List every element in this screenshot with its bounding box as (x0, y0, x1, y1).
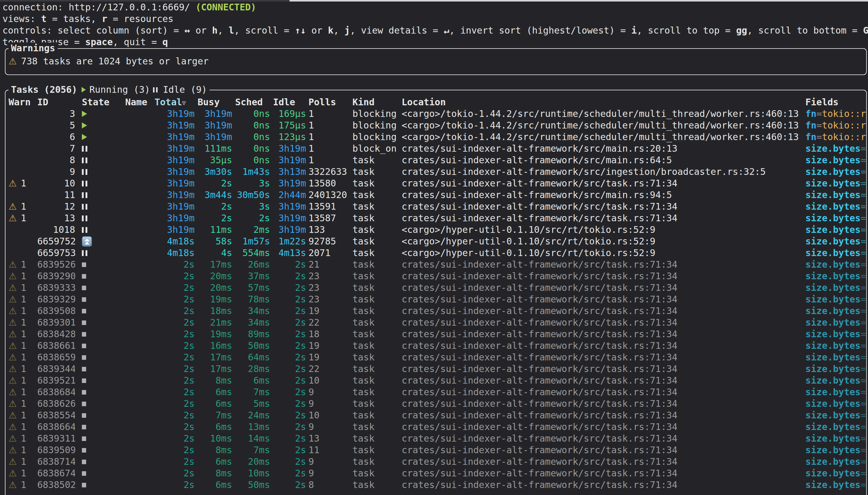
task-row[interactable]: 113h19m3m44s30m50s2h44m2401320taskcrates… (5, 189, 866, 201)
column-header-fields[interactable]: Fields (805, 97, 866, 108)
task-row[interactable]: 83h19m35µs0ns3h19m1taskcrates/sui-indexe… (5, 154, 866, 166)
warning-icon: ⚠ (9, 387, 17, 397)
task-row[interactable]: 66597534m18s4s554ms4m13s2071task<cargo>/… (5, 247, 866, 259)
field-equals: = (861, 352, 866, 362)
cell-duration: 89ms (232, 328, 270, 340)
cell-warn (9, 166, 37, 177)
task-row[interactable]: ⚠168393012s21ms34ms2s22taskcrates/sui-in… (5, 317, 866, 328)
task-row[interactable]: 73h19m111ms0ns3h19m1block_oncrates/sui-i… (5, 143, 866, 154)
cell-location: crates/sui-indexer-alt-framework/src/tas… (402, 177, 805, 189)
column-header-sched[interactable]: Sched (232, 97, 270, 108)
task-row[interactable]: ⚠168395212s8ms6ms2s10taskcrates/sui-inde… (5, 375, 866, 386)
task-row[interactable]: ⚠168393332s20ms57ms2s23taskcrates/sui-in… (5, 282, 866, 294)
cell-name (125, 259, 154, 270)
column-header-idle[interactable]: Idle (270, 97, 306, 108)
task-row[interactable]: ⚠1133h19m2s2s3h19m13587taskcrates/sui-in… (5, 212, 866, 224)
state-completed-icon (82, 425, 86, 429)
task-row[interactable]: ⚠168395262s17ms26ms2s21taskcrates/sui-in… (5, 259, 866, 270)
cell-state (75, 340, 125, 352)
cell-kind: task (352, 467, 402, 479)
cell-duration: 4m13s (270, 247, 306, 259)
column-header-id[interactable]: ID (37, 97, 75, 108)
state-completed-icon (82, 321, 86, 325)
cell-duration: 64ms (232, 352, 270, 363)
cell-duration: 554ms (232, 247, 270, 259)
cell-warn (9, 247, 37, 259)
cell-fields: size.bytes= (805, 236, 866, 247)
help-text: , scroll to top = (637, 25, 736, 36)
column-header-location[interactable]: Location (402, 97, 805, 108)
cell-fields: size.bytes= (805, 224, 866, 236)
task-row[interactable]: 53h19m3h19m0ns175µs1blocking<cargo>/toki… (5, 120, 866, 131)
field-key: size.bytes (805, 433, 861, 444)
warn-count: 1 (21, 271, 26, 281)
cell-state (75, 189, 125, 201)
task-row[interactable]: ⚠1123h19m2s3s3h19m13591taskcrates/sui-in… (5, 201, 866, 212)
cell-name (125, 294, 154, 305)
task-row[interactable]: ⚠168386642s6ms13ms2s9taskcrates/sui-inde… (5, 421, 866, 433)
cell-warn: ⚠1 (9, 201, 37, 212)
cell-state (75, 236, 125, 247)
cell-polls: 1 (306, 143, 352, 154)
cell-warn: ⚠1 (9, 467, 37, 479)
task-row[interactable]: ⚠168386842s6ms7ms2s9taskcrates/sui-index… (5, 386, 866, 398)
cell-task-id: 6839301 (37, 317, 75, 328)
task-row[interactable]: ⚠168395082s18ms34ms2s19taskcrates/sui-in… (5, 305, 866, 317)
task-row[interactable]: ⚠168384282s19ms89ms2s18taskcrates/sui-in… (5, 328, 866, 340)
cell-kind: task (352, 270, 402, 282)
cell-warn (9, 189, 37, 201)
column-header-busy[interactable]: Busy (195, 97, 232, 108)
task-row[interactable]: ⚠168386262s6ms5ms2s9taskcrates/sui-index… (5, 398, 866, 410)
column-header-warn[interactable]: Warn (9, 97, 37, 108)
task-row[interactable]: ⚠168387142s6ms20ms2s9taskcrates/sui-inde… (5, 456, 866, 467)
column-header-kind[interactable]: Kind (352, 97, 402, 108)
cell-duration: 17ms (195, 352, 232, 363)
cell-fields: size.bytes= (805, 282, 866, 294)
warning-icon: ⚠ (9, 271, 17, 281)
cell-polls: 3322633 (306, 166, 352, 177)
cell-polls: 9 (306, 398, 352, 410)
task-row[interactable]: 66597524m18s58s1m57s1m22s92785task<cargo… (5, 236, 866, 247)
task-row[interactable]: ⚠1103h19m2s3s3h19m13580taskcrates/sui-in… (5, 177, 866, 189)
help-text: views: (2, 13, 41, 24)
field-key: size.bytes (805, 422, 861, 432)
column-header-state[interactable]: State (75, 97, 125, 108)
cell-task-id: 6839521 (37, 375, 75, 386)
cell-state (75, 410, 125, 421)
cell-polls: 1 (306, 108, 352, 120)
task-row[interactable]: ⚠168386742s8ms10ms2s9taskcrates/sui-inde… (5, 467, 866, 479)
cell-duration: 18ms (195, 305, 232, 317)
warn-count: 1 (21, 398, 26, 409)
task-row[interactable]: 93h19m3m30s1m43s3h13m3322633taskcrates/s… (5, 166, 866, 177)
warn-count: 1 (21, 375, 26, 386)
task-row[interactable]: ⚠168386592s17ms64ms2s19taskcrates/sui-in… (5, 352, 866, 363)
column-header-name[interactable]: Name (125, 97, 154, 108)
cell-polls: 23 (306, 270, 352, 282)
state-idle-icon (82, 216, 89, 221)
field-key: size.bytes (805, 363, 861, 374)
task-row[interactable]: 63h19m3h19m0ns123µs1blocking<cargo>/toki… (5, 131, 866, 143)
cell-duration: 2s (154, 410, 195, 421)
cell-duration: 3h19m (270, 212, 306, 224)
task-row[interactable]: ⚠168393112s10ms14ms2s13taskcrates/sui-in… (5, 433, 866, 444)
cell-duration: 3h19m (154, 154, 195, 166)
task-row[interactable]: 10183h19m11ms2ms3h19m133task<cargo>/hype… (5, 224, 866, 236)
task-row[interactable]: ⚠168393442s17ms28ms2s22taskcrates/sui-in… (5, 363, 866, 375)
task-row[interactable]: ⚠168385022s6ms50ms2s8taskcrates/sui-inde… (5, 479, 866, 491)
task-row[interactable]: ⚠168386612s16ms50ms2s19taskcrates/sui-in… (5, 340, 866, 352)
task-row[interactable]: ⚠168393292s19ms78ms2s23taskcrates/sui-in… (5, 294, 866, 305)
task-row[interactable]: ⚠168392902s20ms37ms2s23taskcrates/sui-in… (5, 270, 866, 282)
column-header-polls[interactable]: Polls (306, 97, 352, 108)
status-lines: connection: http://127.0.0.1:6669/ (CONN… (2, 1, 868, 48)
cell-duration: 13ms (232, 421, 270, 433)
column-header-total[interactable]: Total▿ (154, 97, 195, 108)
task-row[interactable]: 33h19m3h19m0ns169µs1blocking<cargo>/toki… (5, 108, 866, 120)
cell-kind: task (352, 236, 402, 247)
task-row[interactable]: ⚠168395092s8ms7ms2s11taskcrates/sui-inde… (5, 444, 866, 456)
task-row[interactable]: ⚠168385542s7ms24ms2s10taskcrates/sui-ind… (5, 410, 866, 421)
state-completed-icon (82, 460, 86, 464)
cell-duration: 2s (270, 363, 306, 375)
cell-duration: 2ms (232, 224, 270, 236)
warn-count: 1 (21, 178, 26, 189)
cell-location: crates/sui-indexer-alt-framework/src/tas… (402, 352, 805, 363)
